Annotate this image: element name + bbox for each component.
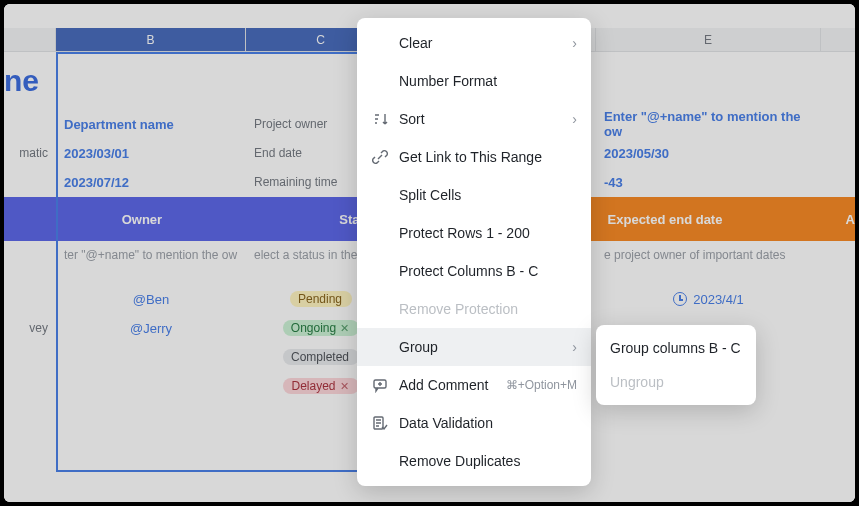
shortcut-text: ⌘+Option+M xyxy=(506,378,577,392)
sort-icon xyxy=(371,111,389,127)
menu-clear[interactable]: Clear › xyxy=(357,24,591,62)
menu-sort[interactable]: Sort › xyxy=(357,100,591,138)
menu-remove-protection: Remove Protection xyxy=(357,290,591,328)
menu-split-cells[interactable]: Split Cells xyxy=(357,176,591,214)
menu-number-format[interactable]: Number Format xyxy=(357,62,591,100)
chevron-right-icon: › xyxy=(572,339,577,355)
submenu-ungroup: Ungroup xyxy=(596,365,756,399)
context-menu: Clear › Number Format Sort › Get Link to… xyxy=(357,18,591,486)
chevron-right-icon: › xyxy=(572,35,577,51)
menu-protect-rows[interactable]: Protect Rows 1 - 200 xyxy=(357,214,591,252)
group-submenu: Group columns B - C Ungroup xyxy=(596,325,756,405)
comment-icon xyxy=(371,377,389,393)
submenu-group-columns[interactable]: Group columns B - C xyxy=(596,331,756,365)
menu-data-validation[interactable]: Data Validation xyxy=(357,404,591,442)
link-icon xyxy=(371,149,389,165)
data-validation-icon xyxy=(371,415,389,431)
menu-get-link[interactable]: Get Link to This Range xyxy=(357,138,591,176)
menu-group[interactable]: Group › xyxy=(357,328,591,366)
menu-remove-duplicates[interactable]: Remove Duplicates xyxy=(357,442,591,480)
submenu-label: Group columns B - C xyxy=(610,340,741,356)
menu-protect-columns[interactable]: Protect Columns B - C xyxy=(357,252,591,290)
submenu-label: Ungroup xyxy=(610,374,664,390)
chevron-right-icon: › xyxy=(572,111,577,127)
menu-add-comment[interactable]: Add Comment ⌘+Option+M xyxy=(357,366,591,404)
